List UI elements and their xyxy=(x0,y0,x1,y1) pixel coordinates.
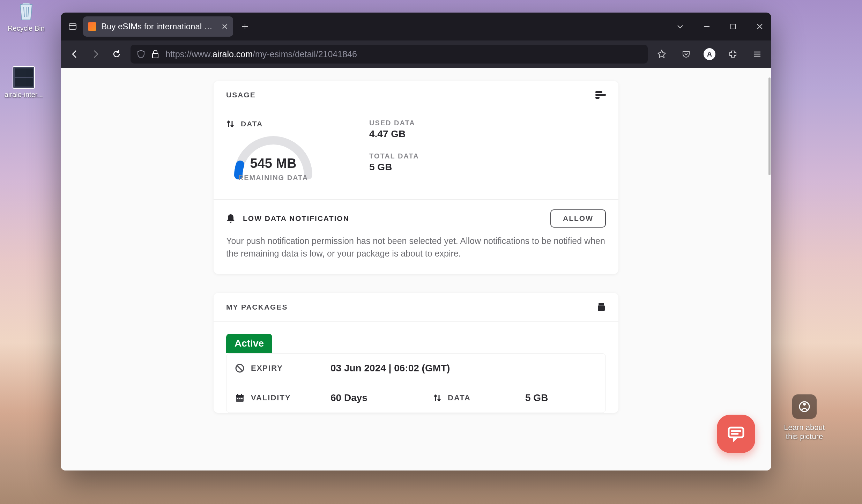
data-arrows-icon xyxy=(226,119,235,129)
learn-about-picture[interactable]: Learn about this picture xyxy=(782,394,827,441)
usage-card: USAGE DATA xyxy=(214,81,618,274)
new-tab-button[interactable] xyxy=(241,22,249,31)
bell-icon xyxy=(226,213,235,224)
account-button[interactable]: A xyxy=(704,48,715,60)
list-tabs-button[interactable] xyxy=(673,19,688,34)
data-label: DATA xyxy=(241,120,263,128)
tab-bar: Buy eSIMs for international trav xyxy=(61,13,771,40)
svg-rect-14 xyxy=(598,305,605,311)
back-button[interactable] xyxy=(68,47,82,61)
file-thumbnail-icon xyxy=(13,66,35,89)
window-minimize-button[interactable] xyxy=(699,19,714,34)
used-data-value: 4.47 GB xyxy=(369,128,419,140)
address-bar: https://www.airalo.com/my-esims/detail/2… xyxy=(61,40,771,68)
total-data-label: TOTAL DATA xyxy=(369,152,419,160)
pocket-button[interactable] xyxy=(679,47,693,61)
window-close-button[interactable] xyxy=(752,19,767,34)
svg-point-1 xyxy=(803,403,806,406)
pkg-data-label: DATA xyxy=(448,393,471,402)
svg-rect-12 xyxy=(595,97,600,99)
url-text: https://www.airalo.com/my-esims/detail/2… xyxy=(165,49,357,59)
allow-button[interactable]: ALLOW xyxy=(550,209,606,228)
svg-rect-2 xyxy=(69,24,76,29)
page-content: USAGE DATA xyxy=(61,68,771,470)
svg-rect-21 xyxy=(237,398,238,399)
bookmark-button[interactable] xyxy=(655,47,669,61)
svg-rect-11 xyxy=(595,94,606,96)
svg-rect-20 xyxy=(241,394,242,396)
window-maximize-button[interactable] xyxy=(726,19,741,34)
packages-stack-icon[interactable] xyxy=(597,303,606,312)
svg-rect-6 xyxy=(153,53,158,58)
url-box[interactable]: https://www.airalo.com/my-esims/detail/2… xyxy=(131,45,648,64)
expiry-value: 03 Jun 2024 | 06:02 (GMT) xyxy=(330,363,450,374)
usage-title: USAGE xyxy=(226,91,256,99)
svg-rect-19 xyxy=(237,394,238,396)
data-gauge xyxy=(226,128,320,180)
learn-label: Learn about xyxy=(782,423,827,432)
notification-title: LOW DATA NOTIFICATION xyxy=(243,214,349,223)
recent-browsing-button[interactable] xyxy=(65,19,80,34)
close-tab-icon[interactable] xyxy=(221,23,228,30)
desktop-file-airalo[interactable]: airalo-inter... xyxy=(1,66,46,99)
total-data-value: 5 GB xyxy=(369,162,419,173)
data-arrows-icon xyxy=(433,393,441,403)
svg-rect-24 xyxy=(729,428,743,437)
reload-button[interactable] xyxy=(110,47,124,61)
svg-rect-5 xyxy=(731,24,736,29)
used-data-label: USED DATA xyxy=(369,119,419,127)
desktop-label: airalo-inter... xyxy=(1,91,46,99)
svg-rect-22 xyxy=(239,398,240,399)
remaining-label: REMAINING DATA xyxy=(226,174,320,182)
extensions-button[interactable] xyxy=(726,47,740,61)
browser-tab[interactable]: Buy eSIMs for international trav xyxy=(83,16,233,37)
packages-card: MY PACKAGES Active EXPIRY 03 Jun 2024 | … xyxy=(214,293,618,413)
tab-title: Buy eSIMs for international trav xyxy=(101,22,214,31)
browser-window: Buy eSIMs for international trav xyxy=(61,13,771,470)
svg-rect-23 xyxy=(241,398,243,399)
validity-value: 60 Days xyxy=(330,392,367,403)
pkg-data-value: 5 GB xyxy=(525,392,548,403)
notification-text: Your push notification permission has no… xyxy=(226,235,606,260)
svg-rect-13 xyxy=(599,303,604,305)
desktop-label: Recycle Bin xyxy=(3,24,49,32)
expiry-label: EXPIRY xyxy=(251,364,283,373)
chart-toggle-icon[interactable] xyxy=(595,91,606,99)
chat-icon xyxy=(727,425,745,442)
chat-button[interactable] xyxy=(717,415,755,453)
app-menu-button[interactable] xyxy=(750,47,764,61)
spotlight-icon xyxy=(792,394,817,419)
shield-icon[interactable] xyxy=(137,50,145,59)
favicon xyxy=(88,22,96,31)
status-badge: Active xyxy=(226,334,272,353)
expiry-icon xyxy=(235,363,245,373)
validity-label: VALIDITY xyxy=(251,393,291,402)
svg-line-16 xyxy=(237,366,242,371)
scrollbar-thumb[interactable] xyxy=(768,77,771,175)
learn-label: this picture xyxy=(782,432,827,441)
svg-rect-10 xyxy=(595,91,602,93)
svg-rect-18 xyxy=(236,395,244,397)
calendar-icon xyxy=(235,393,245,403)
desktop-recycle-bin[interactable]: Recycle Bin xyxy=(3,0,49,32)
lock-icon[interactable] xyxy=(151,50,159,59)
packages-title: MY PACKAGES xyxy=(226,303,288,311)
recycle-bin-icon xyxy=(15,0,37,22)
forward-button[interactable] xyxy=(89,47,103,61)
